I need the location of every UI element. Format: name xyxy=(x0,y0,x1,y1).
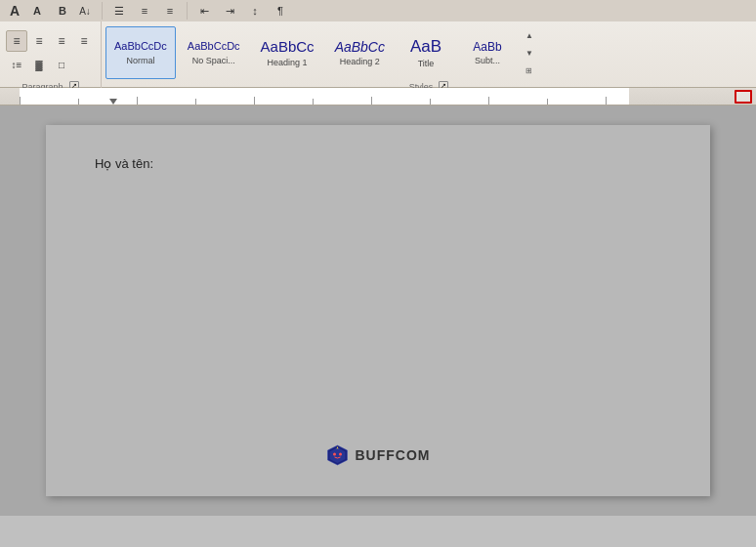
paragraph-controls: ≡ ≡ ≡ ≡ ↕≡ ▓ □ xyxy=(6,25,95,80)
ruler-indicator xyxy=(735,90,752,104)
align-right-btn[interactable]: ≡ xyxy=(51,30,72,52)
style-title-preview: AaB xyxy=(410,37,441,57)
style-normal-label: Normal xyxy=(126,56,154,65)
bullet-list-btn[interactable]: ☰ xyxy=(108,0,130,21)
font-b-controls: B A↓ xyxy=(52,0,96,21)
style-subtitle-item[interactable]: AaBb Subt... xyxy=(458,26,517,79)
styles-expand-btn[interactable]: ⊞ xyxy=(522,63,537,78)
ribbon: A A B A↓ ☰ ≡ ≡ ⇤ ⇥ ↕ ¶ ≡ ≡ xyxy=(0,0,756,88)
styles-scroll-arrows: ▲ ▼ ⊞ xyxy=(520,25,539,80)
ribbon-body: ≡ ≡ ≡ ≡ ↕≡ ▓ □ Paragraph ↗ xyxy=(0,21,756,94)
align-row: ≡ ≡ ≡ ≡ xyxy=(6,30,95,52)
document-page[interactable]: Họ và tên: BUFFCOM xyxy=(46,125,710,496)
align-left-btn[interactable]: ≡ xyxy=(6,30,27,52)
align-justify-btn[interactable]: ≡ xyxy=(73,30,95,52)
align-center-btn[interactable]: ≡ xyxy=(28,30,50,52)
document-area: Họ và tên: BUFFCOM xyxy=(0,105,756,516)
sort-btn[interactable]: ↕ xyxy=(244,0,266,21)
font-b-btn[interactable]: B xyxy=(52,0,73,21)
document-content: Họ và tên: xyxy=(95,154,661,175)
font-a-large-btn[interactable]: A xyxy=(4,0,25,21)
ruler-tick xyxy=(430,99,431,105)
ruler-tick xyxy=(547,99,548,105)
decrease-indent-btn[interactable]: ⇤ xyxy=(193,0,215,21)
svg-point-3 xyxy=(339,453,342,456)
style-heading1-preview: AaBbCc xyxy=(261,38,315,56)
style-no-spacing-item[interactable]: AaBbCcDc No Spaci... xyxy=(179,26,249,79)
font-size-controls: A A xyxy=(4,0,48,21)
svg-point-2 xyxy=(333,453,336,456)
styles-scroll-down-btn[interactable]: ▼ xyxy=(522,45,537,61)
styles-scroll-up-btn[interactable]: ▲ xyxy=(522,27,537,43)
numbered-list-btn[interactable]: ≡ xyxy=(134,0,155,21)
ruler-tab-marker xyxy=(109,99,117,105)
style-heading2-label: Heading 2 xyxy=(340,57,380,66)
style-heading2-item[interactable]: AaBbCc Heading 2 xyxy=(326,26,394,79)
style-title-item[interactable]: AaB Title xyxy=(397,26,455,79)
font-a-small-btn[interactable]: A xyxy=(26,0,48,21)
style-subtitle-preview: AaBb xyxy=(473,40,501,54)
divider-2 xyxy=(187,2,188,20)
ruler-tick xyxy=(20,97,21,105)
style-no-spacing-label: No Spaci... xyxy=(192,56,235,65)
increase-indent-btn[interactable]: ⇥ xyxy=(219,0,240,21)
ruler-tick xyxy=(254,97,255,105)
style-title-label: Title xyxy=(418,59,435,68)
ruler xyxy=(0,88,756,105)
line-spacing-btn[interactable]: ↕≡ xyxy=(6,54,27,75)
ruler-tick xyxy=(606,97,607,105)
style-heading2-preview: AaBbCc xyxy=(335,39,385,56)
font-b-sub-btn[interactable]: A↓ xyxy=(74,0,96,21)
ruler-tick xyxy=(78,99,79,105)
style-no-spacing-preview: AaBbCcDc xyxy=(188,40,240,53)
ruler-tick xyxy=(195,99,196,105)
shading-btn[interactable]: ▓ xyxy=(28,54,50,75)
style-normal-preview: AaBbCcDc xyxy=(114,40,167,53)
divider-1 xyxy=(102,2,103,20)
multilevel-list-btn[interactable]: ≡ xyxy=(159,0,181,21)
show-marks-btn[interactable]: ¶ xyxy=(270,0,291,21)
ruler-inner xyxy=(0,88,756,105)
ruler-tick xyxy=(488,97,489,105)
border-btn[interactable]: □ xyxy=(51,54,72,75)
ruler-tick xyxy=(313,99,314,105)
styles-list: AaBbCcDc Normal AaBbCcDc No Spaci... AaB… xyxy=(105,25,752,80)
watermark-logo-icon xyxy=(326,443,350,467)
watermark: BUFFCOM xyxy=(326,443,431,467)
paragraph-section: ≡ ≡ ≡ ≡ ↕≡ ▓ □ Paragraph ↗ xyxy=(0,21,102,94)
ribbon-top-row: A A B A↓ ☰ ≡ ≡ ⇤ ⇥ ↕ ¶ xyxy=(0,0,756,21)
ruler-tick xyxy=(137,97,138,105)
style-normal-item[interactable]: AaBbCcDc Normal xyxy=(105,26,176,79)
ruler-tick xyxy=(371,97,372,105)
style-heading1-label: Heading 1 xyxy=(268,58,308,67)
style-heading1-item[interactable]: AaBbCc Heading 1 xyxy=(252,26,323,79)
watermark-text: BUFFCOM xyxy=(356,447,431,463)
style-subtitle-label: Subt... xyxy=(475,56,500,65)
styles-section: AaBbCcDc Normal AaBbCcDc No Spaci... AaB… xyxy=(102,21,756,94)
spacing-row: ↕≡ ▓ □ xyxy=(6,54,95,75)
